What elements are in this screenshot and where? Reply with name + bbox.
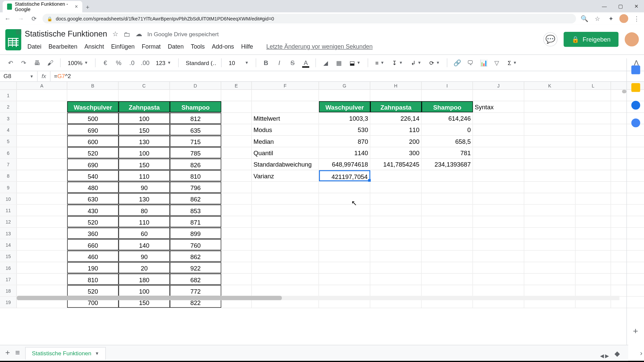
cell-J4[interactable] (473, 124, 524, 135)
cell-H3[interactable]: 226,14 (370, 113, 422, 124)
cell-K10[interactable] (524, 193, 576, 204)
chart-button[interactable]: 📊 (478, 57, 489, 68)
cell-K3[interactable] (524, 113, 576, 124)
cell-A13[interactable] (17, 228, 67, 239)
cell-K8[interactable] (524, 170, 576, 181)
cell-F4[interactable]: Modus (252, 124, 319, 135)
row-header-17[interactable]: 17 (0, 274, 17, 285)
sheets-logo[interactable] (5, 29, 21, 50)
cell-A5[interactable] (17, 136, 67, 147)
cell-H4[interactable]: 110 (370, 124, 422, 135)
cell-E11[interactable] (221, 205, 252, 216)
cell-J15[interactable] (473, 251, 524, 262)
cell-F8[interactable]: Varianz (252, 170, 319, 181)
cell-J12[interactable] (473, 216, 524, 227)
cell-G8[interactable]: 421197,7054 (319, 170, 370, 181)
cell-H14[interactable] (370, 239, 422, 250)
select-all-corner[interactable] (0, 82, 17, 89)
currency-button[interactable]: € (100, 57, 111, 68)
menu-format[interactable]: Format (139, 42, 163, 52)
cell-D8[interactable]: 810 (170, 170, 221, 181)
cell-I6[interactable]: 781 (422, 147, 473, 158)
cell-H1[interactable] (370, 90, 422, 101)
cell-K7[interactable] (524, 159, 576, 170)
cell-G12[interactable] (319, 216, 370, 227)
cell-C12[interactable]: 110 (118, 216, 170, 227)
sheet-tab[interactable]: Statistische Funktionen ▼ (25, 347, 106, 359)
cell-E7[interactable] (221, 159, 252, 170)
cell-D2[interactable]: Shampoo (170, 101, 221, 112)
cell-D17[interactable]: 682 (170, 274, 221, 285)
rotate-button[interactable]: ⟳▼ (427, 59, 442, 66)
cell-F7[interactable]: Standardabweichung (252, 159, 319, 170)
cell-F11[interactable] (252, 205, 319, 216)
cell-D15[interactable]: 862 (170, 251, 221, 262)
cell-G16[interactable] (319, 262, 370, 273)
cell-A8[interactable] (17, 170, 67, 181)
cell-C17[interactable]: 180 (118, 274, 170, 285)
row-header-4[interactable]: 4 (0, 124, 17, 135)
cell-L5[interactable] (576, 136, 611, 147)
row-header-7[interactable]: 7 (0, 159, 17, 170)
cell-I7[interactable]: 234,1393687 (422, 159, 473, 170)
cell-H18[interactable] (370, 285, 422, 296)
cell-A14[interactable] (17, 239, 67, 250)
cell-G6[interactable]: 1140 (319, 147, 370, 158)
cell-K6[interactable] (524, 147, 576, 158)
cell-F9[interactable] (252, 182, 319, 193)
cell-J10[interactable] (473, 193, 524, 204)
cell-F15[interactable] (252, 251, 319, 262)
cell-L15[interactable] (576, 251, 611, 262)
cell-K12[interactable] (524, 216, 576, 227)
col-header-H[interactable]: H (370, 82, 422, 89)
cell-J18[interactable] (473, 285, 524, 296)
profile-avatar[interactable] (620, 14, 628, 23)
cell-D1[interactable] (170, 90, 221, 101)
functions-button[interactable]: Σ▼ (505, 59, 519, 66)
col-header-E[interactable]: E (221, 82, 252, 89)
cell-A4[interactable] (17, 124, 67, 135)
cell-C9[interactable]: 90 (118, 182, 170, 193)
cell-E4[interactable] (221, 124, 252, 135)
cell-J14[interactable] (473, 239, 524, 250)
menu-hilfe[interactable]: Hilfe (238, 42, 256, 52)
cell-F2[interactable] (252, 101, 319, 112)
menu-daten[interactable]: Daten (165, 42, 186, 52)
row-header-2[interactable]: 2 (0, 101, 17, 112)
cell-B15[interactable]: 460 (67, 251, 118, 262)
cell-J8[interactable] (473, 170, 524, 181)
halign-button[interactable]: ≡▼ (373, 59, 387, 66)
cell-C18[interactable]: 100 (118, 285, 170, 296)
side-panel-collapse[interactable]: › (640, 349, 642, 357)
cell-I14[interactable] (422, 239, 473, 250)
cell-J2[interactable]: Syntax (473, 101, 524, 112)
col-header-F[interactable]: F (252, 82, 319, 89)
cell-B17[interactable]: 810 (67, 274, 118, 285)
chrome-menu-icon[interactable]: ⋮ (632, 14, 642, 23)
zoom-select[interactable]: 100%▼ (65, 59, 91, 66)
cell-G13[interactable] (319, 228, 370, 239)
cell-H17[interactable] (370, 274, 422, 285)
cell-B18[interactable]: 520 (67, 285, 118, 296)
cell-B4[interactable]: 690 (67, 124, 118, 135)
cell-K16[interactable] (524, 262, 576, 273)
maximize-button[interactable]: ▢ (612, 0, 628, 12)
cell-B13[interactable]: 360 (67, 228, 118, 239)
cell-L9[interactable] (576, 182, 611, 193)
cell-H8[interactable] (370, 170, 422, 181)
cell-D6[interactable]: 785 (170, 147, 221, 158)
cell-B12[interactable]: 520 (67, 216, 118, 227)
row-header-16[interactable]: 16 (0, 262, 17, 273)
move-icon[interactable]: 🗀 (123, 30, 130, 38)
star-icon[interactable]: ☆ (112, 30, 118, 38)
name-box[interactable]: G8▼ (0, 73, 37, 80)
cell-F6[interactable]: Quantil (252, 147, 319, 158)
cell-H5[interactable]: 200 (370, 136, 422, 147)
wrap-button[interactable]: ↲▼ (408, 59, 424, 66)
italic-button[interactable]: I (274, 57, 285, 68)
cell-E17[interactable] (221, 274, 252, 285)
menu-einfügen[interactable]: Einfügen (108, 42, 137, 52)
cell-A7[interactable] (17, 159, 67, 170)
row-header-15[interactable]: 15 (0, 251, 17, 262)
all-sheets-button[interactable]: ≡ (15, 348, 20, 358)
